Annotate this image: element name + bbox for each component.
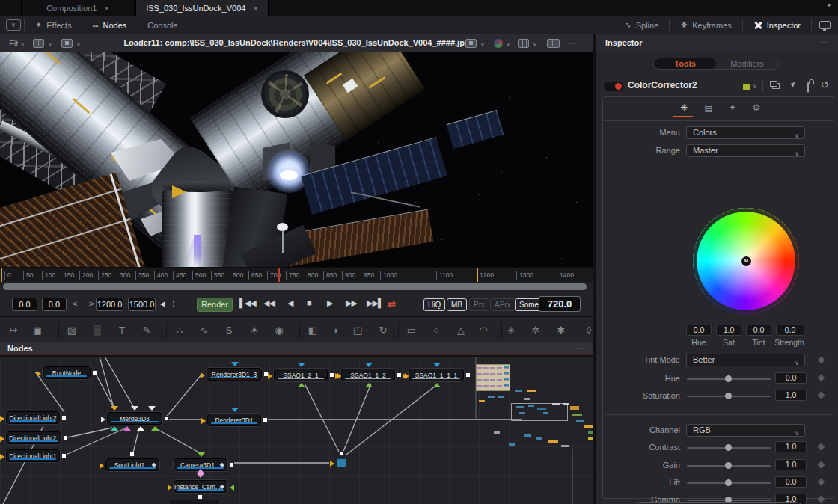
node-instance-camera[interactable]: Instance_Cam... ◆ (174, 480, 227, 493)
render-end-marker[interactable] (477, 268, 478, 283)
keyframe-diamond-icon[interactable] (818, 479, 825, 486)
checker-icon[interactable] (518, 39, 529, 48)
range-dropdown[interactable]: Master ∨ (686, 144, 805, 157)
fit-dropdown[interactable]: Fit ∨ (9, 39, 25, 48)
window-menu-caret-icon[interactable]: ▼ (826, 2, 832, 9)
global-start-field[interactable]: 0.0 (12, 298, 37, 311)
hiq-button[interactable]: HiQ (423, 298, 445, 311)
chevron-down-icon[interactable]: ∨ (506, 41, 510, 48)
node-merge3d3[interactable]: Merge3D3 (107, 412, 162, 425)
lut-wheel-icon[interactable] (494, 39, 503, 48)
fast-reverse-icon[interactable]: ◀◀ (263, 298, 275, 308)
gain-slider-handle[interactable] (725, 462, 732, 469)
step-back-icon[interactable]: < (73, 299, 77, 308)
node-ssao1-1-2[interactable]: SSAO1_1_2 (341, 369, 395, 381)
node-ssao1-2-1[interactable]: SSAO1_2_1 (274, 369, 328, 381)
keyframes-button[interactable]: ❖ Keyframes (670, 16, 741, 34)
node-graph[interactable]: RootNode Renderer3D1_3 SSAO1_2_1 SSAO1_1… (0, 357, 593, 504)
chevron-down-icon[interactable]: ∨ (533, 41, 537, 48)
tab-tools[interactable]: Tools (654, 58, 716, 69)
node-directionallight1[interactable]: DirectionalLight1 (6, 449, 60, 462)
close-icon[interactable]: × (104, 4, 108, 13)
node-renderer3d1-3[interactable]: Renderer3D1_3 (207, 368, 262, 381)
gamma-icon[interactable]: S (222, 323, 236, 336)
tint-value-field[interactable]: 0.0 (746, 325, 771, 336)
monitor-icon[interactable] (819, 21, 831, 29)
background-icon[interactable]: ▨ (65, 323, 79, 336)
hue-value-field[interactable]: 0.0 (686, 325, 712, 336)
comp-options-dropdown[interactable]: ∨ (6, 19, 21, 31)
render-button[interactable]: Render (197, 298, 233, 312)
audio-icon[interactable] (162, 300, 167, 308)
node-renderer3d1[interactable]: Renderer3D1 (207, 414, 261, 426)
node-spotlight1[interactable]: SpotLight1 ◆ (105, 458, 159, 471)
saturation-slider-handle[interactable] (725, 393, 732, 399)
reset-history-icon[interactable]: ↺ (821, 79, 829, 90)
saturation-slider-value[interactable]: 1.0 (775, 390, 807, 401)
prx-button[interactable]: Prx (469, 298, 489, 311)
color-wheel[interactable]: M (693, 208, 799, 314)
colorcurves-icon[interactable]: ∿ (198, 323, 211, 336)
scrollbar-thumb[interactable] (3, 283, 587, 290)
ellipse-mask-icon[interactable]: ○ (429, 323, 443, 336)
underlay-icon[interactable]: ▣ (31, 323, 44, 336)
global-end-field[interactable]: 1500.0 (128, 298, 156, 311)
stop-icon[interactable]: ■ (307, 298, 311, 307)
prender-icon[interactable]: ✱ (554, 323, 568, 336)
playhead[interactable] (278, 268, 280, 283)
lock-icon[interactable] (807, 82, 809, 93)
timeline-scrollbar[interactable] (0, 282, 593, 292)
keyframe-diamond-icon[interactable] (818, 461, 825, 469)
levels-tab-icon[interactable]: ▤ (700, 102, 718, 113)
resize-icon[interactable]: ◳ (351, 323, 364, 336)
suppress-tab-icon[interactable]: ✦ (724, 102, 741, 113)
menu-dropdown[interactable]: Colors ∨ (686, 126, 805, 139)
correction-tab-icon[interactable]: ✳ (675, 102, 693, 113)
node-selected[interactable] (337, 458, 346, 467)
hue-slider-handle[interactable] (725, 375, 732, 382)
rectangle-mask-icon[interactable]: ▭ (405, 323, 418, 336)
sat-value-field[interactable]: 1.0 (716, 325, 741, 336)
tab-composition1[interactable]: Composition1 × (21, 0, 135, 16)
aprx-button[interactable]: APrx (490, 298, 516, 311)
contrast-slider-handle[interactable] (725, 444, 732, 451)
chevron-down-icon[interactable]: ∨ (48, 41, 52, 48)
render-start-marker[interactable] (1, 268, 2, 283)
lift-slider-handle[interactable] (725, 479, 732, 486)
dual-view-icon[interactable] (547, 39, 560, 48)
polygon-mask-icon[interactable]: △ (454, 323, 468, 336)
node-partial[interactable] (171, 500, 218, 504)
paint-icon[interactable]: ✎ (140, 323, 153, 336)
io-icon[interactable]: ↦ (7, 323, 20, 336)
strength-value-field[interactable]: 0.0 (776, 325, 804, 336)
grouped-nodes-overview[interactable] (470, 360, 593, 457)
spline-button[interactable]: ∿ Spline (614, 16, 670, 34)
console-button[interactable]: Console (137, 16, 188, 34)
keyframe-diamond-icon[interactable] (818, 443, 825, 451)
timeline-ruler[interactable]: 0 50 100 150 200 250 300 350 400 450 500… (0, 267, 593, 282)
tile-color-swatch[interactable] (743, 84, 750, 90)
transform-icon[interactable]: ↻ (376, 323, 390, 336)
bspline-mask-icon[interactable]: ◠ (477, 323, 490, 336)
view-layout-icon[interactable] (33, 39, 44, 48)
node-rootnode[interactable]: RootNode (43, 366, 91, 379)
keyframe-diamond-icon[interactable] (818, 392, 825, 399)
node-enable-toggle[interactable] (604, 82, 623, 91)
keyframe-diamond-icon[interactable] (818, 496, 825, 503)
keyframe-diamond-icon[interactable] (818, 375, 825, 382)
node-directionallight2[interactable]: DirectionalLight2 (6, 411, 60, 424)
render-end-field[interactable]: 1200.0 (96, 298, 123, 311)
options-tab-icon[interactable]: ⚙ (747, 102, 765, 113)
play-reverse-icon[interactable]: ◀ (287, 298, 293, 308)
render-start-field[interactable]: 0.0 (42, 298, 67, 311)
nodes-button[interactable]: ▫▫ Nodes (82, 16, 138, 34)
wheel-master-marker[interactable]: M (741, 256, 751, 266)
versions-icon[interactable] (770, 81, 777, 87)
mb-button[interactable]: MB (447, 298, 467, 311)
chevron-down-icon[interactable]: ∨ (480, 41, 485, 48)
chevron-down-icon[interactable]: ∨ (753, 83, 757, 90)
tab-modifiers[interactable]: Modifiers (716, 58, 778, 69)
go-to-end-icon[interactable]: ▶▶▌ (367, 298, 383, 308)
effects-button[interactable]: ✦ Effects (25, 16, 82, 34)
tab-iss-comp[interactable]: ISS_030_IssUnDock_V004 × (135, 0, 269, 16)
